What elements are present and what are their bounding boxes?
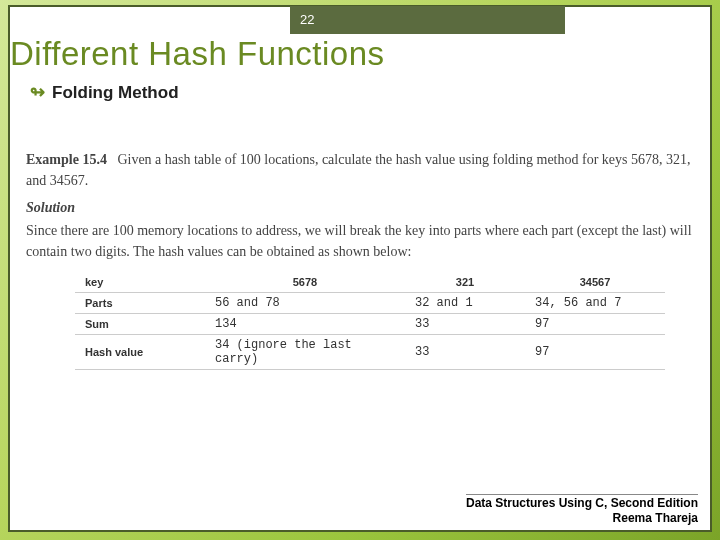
slide-title: Different Hash Functions [10, 35, 385, 73]
row-label-parts: Parts [75, 292, 205, 313]
footer-book-title: Data Structures Using C, Second Edition [466, 494, 698, 511]
th-34567: 34567 [525, 272, 665, 292]
cell: 33 [405, 313, 525, 334]
cell: 56 and 78 [205, 292, 405, 313]
cell: 134 [205, 313, 405, 334]
example-block: Example 15.4 Given a hash table of 100 l… [26, 147, 694, 262]
table-row: Parts 56 and 78 32 and 1 34, 56 and 7 [75, 292, 665, 313]
example-label: Example 15.4 [26, 152, 107, 167]
footer-author: Reema Thareja [613, 511, 698, 525]
solution-label: Solution [26, 197, 694, 218]
example-prompt: Example 15.4 Given a hash table of 100 l… [26, 149, 694, 191]
bullet-text: Folding Method [52, 83, 179, 103]
cell: 34, 56 and 7 [525, 292, 665, 313]
slide-frame: 22 Different Hash Functions ↬ Folding Me… [8, 5, 712, 532]
table-row: Hash value 34 (ignore the last carry) 33… [75, 334, 665, 369]
page-number-box: 22 [290, 6, 565, 34]
th-5678: 5678 [205, 272, 405, 292]
page-number: 22 [300, 12, 314, 27]
footer: Data Structures Using C, Second Edition … [466, 494, 698, 526]
hash-table: key 5678 321 34567 Parts 56 and 78 32 an… [75, 272, 665, 370]
row-label-sum: Sum [75, 313, 205, 334]
cell: 97 [525, 313, 665, 334]
bullet-item: ↬ Folding Method [30, 83, 179, 103]
cell: 32 and 1 [405, 292, 525, 313]
example-text: Given a hash table of 100 locations, cal… [26, 152, 690, 188]
row-label-hash: Hash value [75, 334, 205, 369]
cell: 97 [525, 334, 665, 369]
solution-text: Since there are 100 memory locations to … [26, 220, 694, 262]
table-row: Sum 134 33 97 [75, 313, 665, 334]
th-321: 321 [405, 272, 525, 292]
cell: 33 [405, 334, 525, 369]
table-header-row: key 5678 321 34567 [75, 272, 665, 292]
cell: 34 (ignore the last carry) [205, 334, 405, 369]
swirl-bullet-icon: ↬ [30, 85, 46, 101]
th-key: key [75, 272, 205, 292]
